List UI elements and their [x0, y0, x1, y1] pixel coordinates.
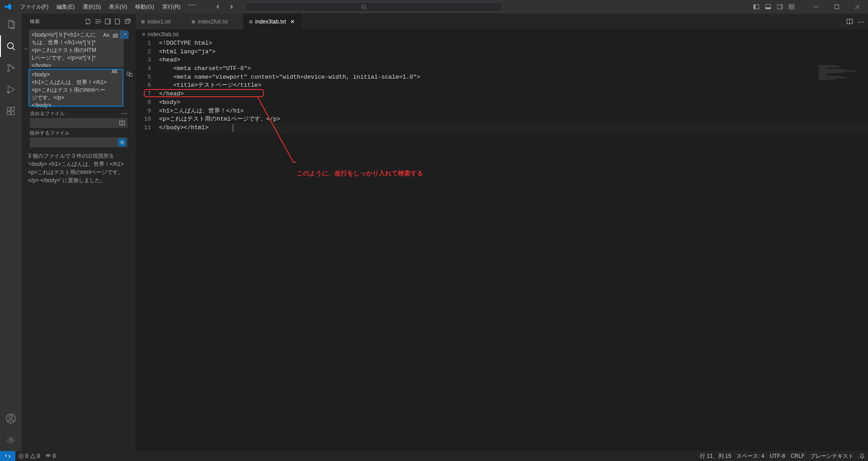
breadcrumb-item: index3tab.txt	[148, 31, 179, 38]
svg-rect-9	[792, 5, 794, 6]
menu-run[interactable]: 実行(R)	[158, 0, 185, 14]
search-icon[interactable]	[0, 35, 22, 57]
remote-indicator[interactable]	[0, 451, 15, 461]
toggle-panel-icon[interactable]	[763, 2, 773, 12]
close-button[interactable]	[847, 0, 868, 14]
svg-point-28	[9, 439, 12, 442]
minimize-button[interactable]	[806, 0, 826, 14]
menu-go[interactable]: 移動(G)	[131, 0, 158, 14]
file-icon: ≡	[249, 18, 252, 25]
tab-label: index2full.txt	[198, 19, 228, 25]
svg-rect-22	[7, 108, 10, 111]
svg-rect-23	[7, 112, 10, 115]
view-as-tree-icon[interactable]	[113, 17, 122, 26]
menu-select[interactable]: 選択(S)	[79, 0, 105, 14]
status-ports[interactable]: 0	[42, 451, 58, 461]
include-files-input[interactable]	[30, 118, 127, 128]
svg-point-19	[8, 70, 9, 71]
more-actions-icon[interactable]: ⋯	[858, 18, 864, 26]
status-eol[interactable]: CRLF	[788, 451, 807, 461]
collapse-all-icon[interactable]	[123, 17, 132, 26]
editor-tabs: ≡index1.txt ≡index2full.txt ≡index3tab.t…	[136, 14, 868, 29]
exclude-files-label: 除外するファイル	[30, 130, 70, 136]
svg-rect-5	[765, 7, 770, 9]
menu-view[interactable]: 表示(V)	[105, 0, 131, 14]
menubar: ファイル(F) 編集(E) 選択(S) 表示(V) 移動(G) 実行(R) ⋯	[16, 0, 200, 14]
svg-point-20	[12, 67, 14, 69]
svg-rect-7	[781, 5, 783, 9]
svg-point-16	[8, 43, 14, 49]
open-new-editor-icon[interactable]	[103, 17, 112, 26]
toggle-primary-sidebar-icon[interactable]	[751, 2, 761, 12]
accounts-icon[interactable]	[0, 408, 22, 429]
use-exclude-settings-toggle[interactable]	[118, 138, 126, 146]
toggle-replace-icon[interactable]	[23, 29, 29, 51]
status-encoding[interactable]: UTF-8	[767, 451, 788, 461]
search-icon	[361, 4, 367, 10]
command-center-search[interactable]	[245, 2, 503, 12]
svg-rect-13	[835, 5, 839, 9]
svg-point-43	[121, 141, 123, 143]
svg-point-26	[9, 416, 13, 419]
svg-point-50	[47, 455, 49, 456]
run-debug-icon[interactable]	[0, 79, 22, 100]
svg-rect-24	[11, 112, 14, 115]
search-panel-title: 検索	[30, 18, 40, 25]
code-editor[interactable]: 1234567891011 <!DOCTYPE html><html lang=…	[136, 39, 868, 451]
settings-gear-icon[interactable]	[0, 429, 22, 451]
status-bar: 0 0 0 行 11、列 15 スペース: 4 UTF-8 CRLF プレーンテ…	[0, 451, 868, 461]
toggle-secondary-sidebar-icon[interactable]	[775, 2, 785, 12]
replace-input[interactable]: <body> <h1>こんばんは、世界！</h1> <p>これはテスト用のhtm…	[29, 69, 123, 106]
preserve-case-toggle[interactable]: AB	[112, 69, 118, 74]
menu-overflow[interactable]: ⋯	[184, 0, 200, 14]
breadcrumb[interactable]: ≡index3tab.txt	[136, 29, 868, 39]
tab-index3tab[interactable]: ≡index3tab.txt✕	[243, 14, 301, 29]
nav-forward[interactable]	[227, 0, 236, 14]
menu-edit[interactable]: 編集(E)	[52, 0, 79, 14]
svg-point-18	[8, 64, 9, 66]
book-icon[interactable]	[118, 119, 126, 127]
status-language-mode[interactable]: プレーンテキスト	[807, 451, 856, 461]
toggle-search-details-icon[interactable]: ⋯	[121, 110, 127, 117]
search-results-message: 3 個のファイルで 3 件の出現箇所を '<body> <h1>こんばんは、世界…	[22, 147, 134, 184]
maximize-button[interactable]	[826, 0, 847, 14]
replace-all-button[interactable]	[125, 69, 134, 78]
svg-rect-25	[11, 107, 14, 110]
status-notifications-icon[interactable]	[856, 451, 868, 461]
tab-label: index1.txt	[147, 19, 170, 25]
nav-back[interactable]	[213, 0, 222, 14]
status-problems[interactable]: 0 0	[15, 451, 42, 461]
tab-index2full[interactable]: ≡index2full.txt	[186, 14, 244, 29]
layout-controls	[751, 2, 797, 12]
file-icon: ≡	[192, 18, 195, 25]
explorer-icon[interactable]	[0, 14, 22, 35]
vscode-logo	[0, 3, 16, 10]
customize-layout-icon[interactable]	[787, 2, 797, 12]
svg-rect-34	[105, 19, 109, 24]
extensions-icon[interactable]	[0, 100, 22, 122]
source-control-icon[interactable]	[0, 57, 22, 79]
menu-file[interactable]: ファイル(F)	[16, 0, 52, 14]
file-icon: ≡	[141, 18, 145, 25]
clear-search-icon[interactable]	[93, 17, 102, 26]
nav-arrows	[213, 0, 236, 14]
tab-index1[interactable]: ≡index1.txt	[136, 14, 186, 29]
include-files-label: 含めるファイル	[30, 110, 65, 117]
titlebar: ファイル(F) 編集(E) 選択(S) 表示(V) 移動(G) 実行(R) ⋯	[0, 0, 868, 14]
close-tab-icon[interactable]: ✕	[289, 18, 296, 25]
editor-area: ≡index1.txt ≡index2full.txt ≡index3tab.t…	[136, 14, 868, 451]
match-word-toggle[interactable]: ab	[111, 31, 119, 39]
search-panel: 検索 <body>\s*[ \t ]*<h1>こんにちは、世界！</h1>\s*…	[22, 14, 136, 451]
minimap[interactable]	[819, 65, 862, 155]
window-controls	[806, 0, 868, 14]
status-cursor-position[interactable]: 行 11、列 15	[697, 451, 734, 461]
regex-toggle[interactable]: .*	[120, 31, 128, 39]
svg-rect-11	[792, 7, 794, 9]
exclude-files-input[interactable]	[30, 137, 127, 147]
split-editor-icon[interactable]	[846, 18, 853, 25]
svg-rect-3	[754, 5, 755, 9]
refresh-icon[interactable]	[83, 17, 92, 26]
match-case-toggle[interactable]: Aa	[102, 31, 110, 39]
annotation-text: このように、改行をしっかり入れて検索する	[297, 169, 423, 178]
status-indentation[interactable]: スペース: 4	[734, 451, 767, 461]
